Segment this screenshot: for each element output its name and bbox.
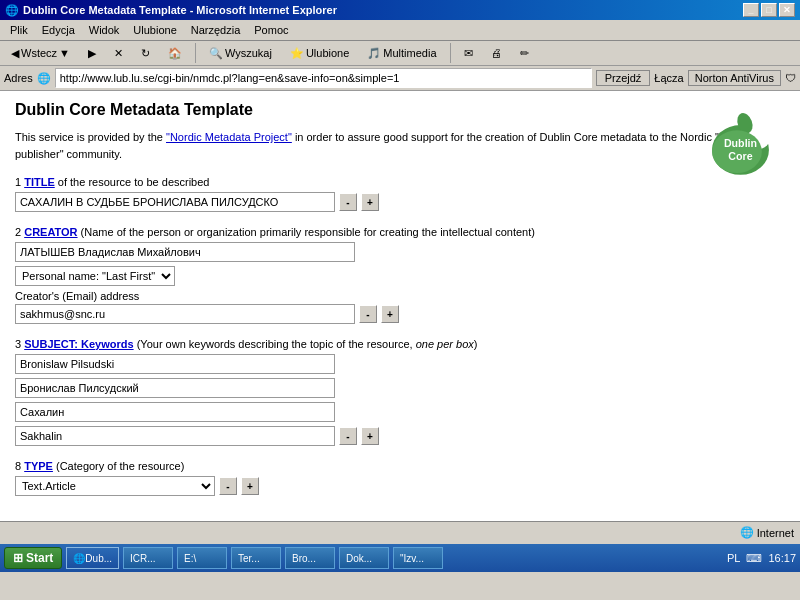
- content-wrapper: Dublin Core Dublin Core Metadata Templat…: [0, 91, 800, 521]
- title-section: 1 TITLE of the resource to be described …: [15, 176, 785, 212]
- stop-icon: ✕: [114, 47, 123, 60]
- taskbar-item-6[interactable]: "Izv...: [393, 547, 443, 569]
- ie-icon: 🌐: [5, 4, 19, 17]
- svg-text:Core: Core: [728, 150, 752, 162]
- media-button[interactable]: 🎵 Multimedia: [360, 44, 443, 63]
- creator-section-header: 2 CREATOR (Name of the person or organiz…: [15, 226, 785, 238]
- edit-button[interactable]: ✏: [513, 44, 536, 63]
- separator2: [450, 43, 451, 63]
- window-title: Dublin Core Metadata Template - Microsof…: [23, 4, 337, 16]
- go-button[interactable]: Przejdź: [596, 70, 651, 86]
- creator-format-row: Personal name: "Last First": [15, 266, 785, 286]
- address-input[interactable]: [55, 68, 592, 88]
- menu-view[interactable]: Widok: [83, 22, 126, 38]
- taskbar-item-5[interactable]: Dok...: [339, 547, 389, 569]
- refresh-icon: ↻: [141, 47, 150, 60]
- taskbar-right: PL ⌨ 16:17: [727, 552, 796, 565]
- keyword4-input[interactable]: [15, 426, 335, 446]
- content-area: Dublin Core Dublin Core Metadata Templat…: [0, 91, 800, 521]
- taskbar-item-0[interactable]: 🌐 Dub...: [66, 547, 119, 569]
- close-button[interactable]: ✕: [779, 3, 795, 17]
- menu-edit[interactable]: Edycja: [36, 22, 81, 38]
- title-section-header: 1 TITLE of the resource to be described: [15, 176, 785, 188]
- address-bar: Adres 🌐 Przejdź Łącza Norton AntiVirus 🛡: [0, 66, 800, 91]
- keyboard-icon: ⌨: [746, 552, 762, 565]
- creator-name-input[interactable]: [15, 242, 355, 262]
- back-icon: ◀: [11, 47, 19, 60]
- nordic-link[interactable]: "Nordic Metadata Project": [166, 131, 292, 143]
- menu-file[interactable]: Plik: [4, 22, 34, 38]
- title-input[interactable]: [15, 192, 335, 212]
- title-number-span: 1: [15, 176, 24, 188]
- type-link[interactable]: TYPE: [24, 460, 53, 472]
- maximize-button[interactable]: □: [761, 3, 777, 17]
- taskbar-item-4[interactable]: Bro...: [285, 547, 335, 569]
- stop-button[interactable]: ✕: [107, 44, 130, 63]
- address-icon: 🌐: [37, 72, 51, 85]
- search-button[interactable]: 🔍 Wyszukaj: [202, 44, 279, 63]
- separator1: [195, 43, 196, 63]
- taskbar: ⊞ Start 🌐 Dub... ICR... E:\ Ter... Bro..…: [0, 544, 800, 572]
- home-button[interactable]: 🏠: [161, 44, 189, 63]
- title-bar-left: 🌐 Dublin Core Metadata Template - Micros…: [5, 4, 337, 17]
- subject-link[interactable]: SUBJECT: Keywords: [24, 338, 133, 350]
- menu-help[interactable]: Pomoc: [248, 22, 294, 38]
- keyword1-input[interactable]: [15, 354, 335, 374]
- creator-format-select[interactable]: Personal name: "Last First": [15, 266, 175, 286]
- norton-button[interactable]: Norton AntiVirus: [688, 70, 781, 86]
- forward-button[interactable]: ▶: [81, 44, 103, 63]
- edit-icon: ✏: [520, 47, 529, 60]
- type-section: 8 TYPE (Category of the resource) Text.A…: [15, 460, 785, 496]
- desc-start: This service is provided by the: [15, 131, 166, 143]
- title-bar-buttons: _ □ ✕: [743, 3, 795, 17]
- subject-section-header: 3 SUBJECT: Keywords (Your own keywords d…: [15, 338, 785, 350]
- zone-label: Internet: [757, 527, 794, 539]
- type-section-header: 8 TYPE (Category of the resource): [15, 460, 785, 472]
- keyword3-row: [15, 402, 785, 422]
- internet-icon: 🌐: [740, 526, 754, 539]
- mail-icon: ✉: [464, 47, 473, 60]
- keyword1-row: [15, 354, 785, 374]
- taskbar-item-1[interactable]: ICR...: [123, 547, 173, 569]
- keyword3-input[interactable]: [15, 402, 335, 422]
- taskbar-item-2[interactable]: E:\: [177, 547, 227, 569]
- subject-plus-button[interactable]: +: [361, 427, 379, 445]
- favorites-button[interactable]: ⭐ Ulubione: [283, 44, 356, 63]
- title-desc-span: of the resource to be described: [55, 176, 210, 188]
- creator-email-input[interactable]: [15, 304, 355, 324]
- taskbar-item-3[interactable]: Ter...: [231, 547, 281, 569]
- creator-link[interactable]: CREATOR: [24, 226, 77, 238]
- creator-minus-button[interactable]: -: [359, 305, 377, 323]
- title-minus-button[interactable]: -: [339, 193, 357, 211]
- creator-plus-button[interactable]: +: [381, 305, 399, 323]
- creator-email-row: - +: [15, 304, 785, 324]
- toolbar-extra-icon: 🛡: [785, 72, 796, 84]
- status-internet: 🌐 Internet: [740, 526, 794, 539]
- subject-minus-button[interactable]: -: [339, 427, 357, 445]
- keyword2-input[interactable]: [15, 378, 335, 398]
- refresh-button[interactable]: ↻: [134, 44, 157, 63]
- minimize-button[interactable]: _: [743, 3, 759, 17]
- title-link[interactable]: TITLE: [24, 176, 55, 188]
- keyword4-row: - +: [15, 426, 785, 446]
- start-button[interactable]: ⊞ Start: [4, 547, 62, 569]
- start-label: Start: [26, 551, 53, 565]
- type-input-row: Text.Article Text Dataset Software Sound…: [15, 476, 785, 496]
- type-minus-button[interactable]: -: [219, 477, 237, 495]
- menu-tools[interactable]: Narzędzia: [185, 22, 247, 38]
- back-button[interactable]: ◀ Wstecz ▼: [4, 44, 77, 63]
- print-button[interactable]: 🖨: [484, 44, 509, 62]
- chevron-down-icon: ▼: [59, 47, 70, 59]
- browser-window: 🌐 Dublin Core Metadata Template - Micros…: [0, 0, 800, 572]
- links-label: Łącza: [654, 72, 683, 84]
- forward-icon: ▶: [88, 47, 96, 60]
- address-label: Adres: [4, 72, 33, 84]
- mail-button[interactable]: ✉: [457, 44, 480, 63]
- type-plus-button[interactable]: +: [241, 477, 259, 495]
- subject-section: 3 SUBJECT: Keywords (Your own keywords d…: [15, 338, 785, 446]
- status-bar: 🌐 Internet: [0, 521, 800, 543]
- type-select[interactable]: Text.Article Text Dataset Software Sound…: [15, 476, 215, 496]
- title-bar: 🌐 Dublin Core Metadata Template - Micros…: [0, 0, 800, 20]
- menu-favorites[interactable]: Ulubione: [127, 22, 182, 38]
- title-plus-button[interactable]: +: [361, 193, 379, 211]
